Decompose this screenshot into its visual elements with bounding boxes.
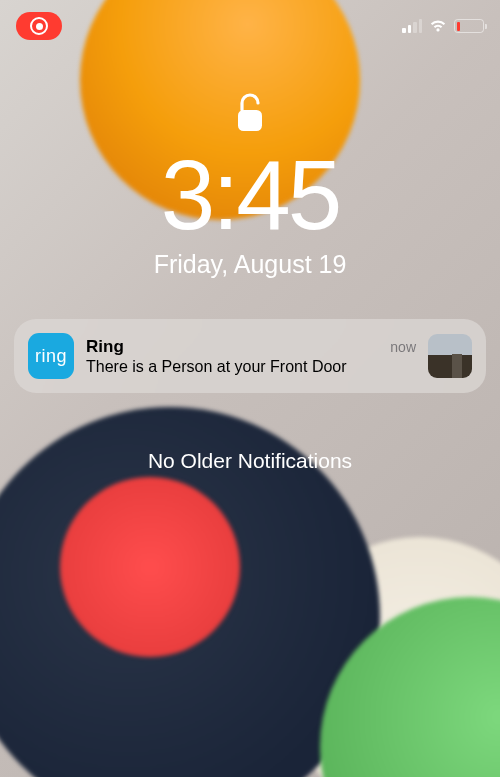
lock-screen-time: 3:45: [0, 146, 500, 244]
notification-app-name: Ring: [86, 337, 124, 357]
no-older-notifications-label: No Older Notifications: [0, 449, 500, 473]
notification-app-icon: ring: [28, 333, 74, 379]
lock-screen-date: Friday, August 19: [0, 250, 500, 279]
notification-timestamp: now: [390, 339, 416, 355]
notification-message: There is a Person at your Front Door: [86, 358, 416, 376]
notification-card[interactable]: ring Ring now There is a Person at your …: [14, 319, 486, 393]
wifi-icon: [428, 19, 448, 33]
cellular-signal-icon: [402, 19, 422, 33]
notification-body: Ring now There is a Person at your Front…: [86, 337, 416, 376]
notification-thumbnail: [428, 334, 472, 378]
status-bar: [0, 0, 500, 40]
record-icon: [30, 17, 48, 35]
svg-rect-0: [238, 110, 262, 131]
battery-icon: [454, 19, 484, 33]
screen-recording-indicator[interactable]: [16, 12, 62, 40]
unlock-icon: [0, 92, 500, 134]
